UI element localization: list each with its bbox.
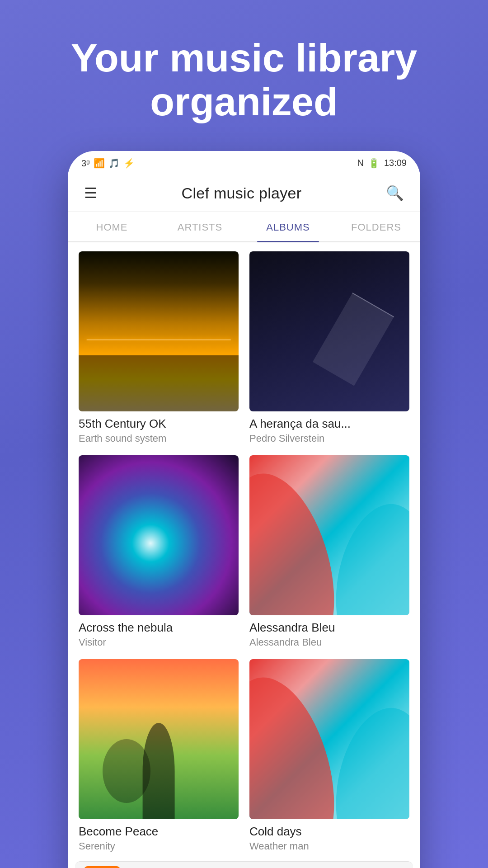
album-card-5[interactable]: Become Peace Serenity xyxy=(79,659,239,852)
album-artist-1: Earth sound system xyxy=(79,433,239,444)
tab-home[interactable]: HOME xyxy=(68,212,156,241)
clock: 13:09 xyxy=(384,158,407,168)
search-icon[interactable]: 🔍 xyxy=(386,184,404,202)
album-card-1[interactable]: 55th Century OK Earth sound system xyxy=(79,251,239,444)
nfc-icon: N xyxy=(357,158,363,168)
album-name-5: Become Peace xyxy=(79,825,239,839)
now-playing-thumbnail xyxy=(84,866,120,868)
album-art-2 xyxy=(249,251,409,411)
album-card-2[interactable]: A herança da sau... Pedro Silverstein xyxy=(249,251,409,444)
app-bar: ☰ Clef music player 🔍 xyxy=(68,175,420,212)
usb-icon: ⚡ xyxy=(123,158,135,169)
album-name-1: 55th Century OK xyxy=(79,417,239,431)
album-artist-6: Weather man xyxy=(249,840,409,852)
album-art-6 xyxy=(249,659,409,819)
albums-grid: 55th Century OK Earth sound system A her… xyxy=(68,242,420,861)
album-card-4[interactable]: Alessandra Bleu Alessandra Bleu xyxy=(249,455,409,648)
signal-icon: 3ᵍ xyxy=(81,158,90,169)
album-artist-4: Alessandra Bleu xyxy=(249,637,409,648)
album-name-4: Alessandra Bleu xyxy=(249,621,409,635)
phone-mockup: 3ᵍ 📶 🎵 ⚡ N 🔋 13:09 ☰ Clef music player 🔍… xyxy=(68,151,420,868)
album-art-1 xyxy=(79,251,239,411)
album-artist-5: Serenity xyxy=(79,840,239,852)
album-artist-3: Visitor xyxy=(79,637,239,648)
album-art-3 xyxy=(79,455,239,615)
album-name-6: Cold days xyxy=(249,825,409,839)
album-card-3[interactable]: Across the nebula Visitor xyxy=(79,455,239,648)
tab-folders[interactable]: FOLDERS xyxy=(332,212,420,241)
status-right: N 🔋 13:09 xyxy=(357,158,407,169)
signal-icon-2: 📶 xyxy=(94,158,105,169)
album-card-6[interactable]: Cold days Weather man xyxy=(249,659,409,852)
music-status-icon: 🎵 xyxy=(108,158,120,169)
app-title: Clef music player xyxy=(182,184,302,202)
tab-artists[interactable]: ARTISTS xyxy=(156,212,244,241)
album-artist-2: Pedro Silverstein xyxy=(249,433,409,444)
tabs-bar: HOME ARTISTS ALBUMS FOLDERS xyxy=(68,212,420,242)
battery-icon: 🔋 xyxy=(368,158,380,169)
album-art-5 xyxy=(79,659,239,819)
album-name-3: Across the nebula xyxy=(79,621,239,635)
album-art-4 xyxy=(249,455,409,615)
hero-title: Your music library organized xyxy=(0,0,488,151)
tab-albums[interactable]: ALBUMS xyxy=(244,212,332,241)
status-left: 3ᵍ 📶 🎵 ⚡ xyxy=(81,158,135,169)
status-bar: 3ᵍ 📶 🎵 ⚡ N 🔋 13:09 xyxy=(68,151,420,175)
now-playing-bar[interactable]: True thoughts Jason skies ⏮ ▶ ⏭ xyxy=(75,861,413,868)
hamburger-menu-icon[interactable]: ☰ xyxy=(84,184,97,202)
album-name-2: A herança da sau... xyxy=(249,417,409,431)
